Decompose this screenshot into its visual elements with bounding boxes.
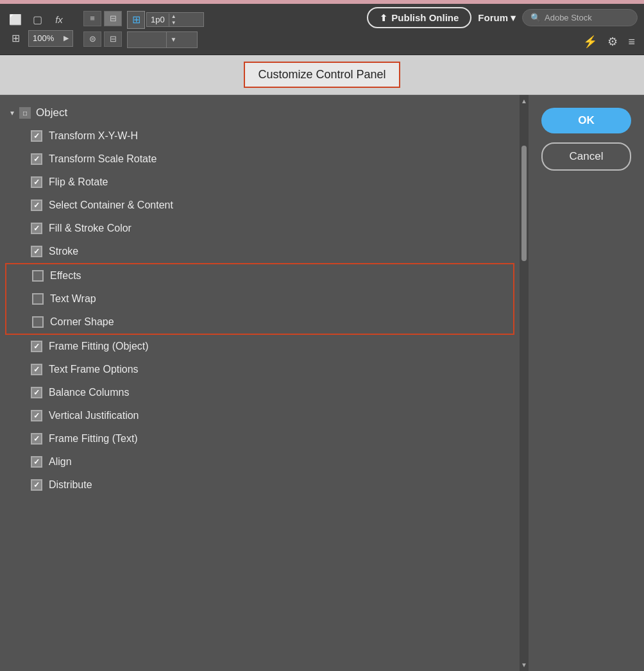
cancel-button[interactable]: Cancel <box>541 142 631 171</box>
reference-point-icon[interactable]: ⊞ <box>127 11 145 29</box>
toolbar: ⬜ ▢ fx ⊞ 100% ▶ ≡ ⊟ ⊞ 1p0 ▲ ▼ <box>0 4 644 55</box>
list-item: Distribute <box>0 473 520 497</box>
item-transform-scale: Transform Scale Rotate <box>49 153 157 165</box>
toolbar-center: ≡ ⊟ ⊞ 1p0 ▲ ▼ ⊜ ⊟ ▼ <box>83 11 204 48</box>
dropdown-arrow-icon[interactable]: ▼ <box>166 32 180 47</box>
forum-button[interactable]: Forum ▾ <box>478 12 516 24</box>
section-object-header[interactable]: ▾ □ Object <box>0 101 520 124</box>
highlighted-group: Effects Text Wrap Corner Shape <box>5 263 514 335</box>
rounded-frame-icon[interactable]: ▢ <box>28 12 46 28</box>
item-distribute: Distribute <box>49 479 92 491</box>
dialog-body: ▾ □ Object Transform X-Y-W-H Transform S… <box>0 95 644 671</box>
dialog-title: Customize Control Panel <box>244 62 400 88</box>
checkbox-transform-scale[interactable] <box>31 153 42 165</box>
item-balance-col: Balance Columns <box>49 387 129 398</box>
align-center-icon[interactable]: ⊟ <box>104 11 122 26</box>
list-item: Corner Shape <box>6 310 513 334</box>
grid-icon[interactable]: ⊞ <box>6 31 24 46</box>
item-frame-fitting-obj: Frame Fitting (Object) <box>49 341 149 352</box>
section-object-title: Object <box>36 106 67 119</box>
align-left-icon[interactable]: ≡ <box>83 11 101 26</box>
checkbox-fill-stroke[interactable] <box>31 223 42 234</box>
gear-icon[interactable]: ⚙ <box>605 32 620 51</box>
publish-online-btn[interactable]: ⬆ Publish Online <box>367 7 471 28</box>
search-icon: 🔍 <box>530 13 541 22</box>
item-text-frame: Text Frame Options <box>49 364 139 375</box>
dialog-header: Customize Control Panel <box>0 55 644 95</box>
list-content: ▾ □ Object Transform X-Y-W-H Transform S… <box>0 101 529 497</box>
list-item: Transform X-Y-W-H <box>0 124 520 148</box>
dialog-overlay: Customize Control Panel ▾ □ Object T <box>0 55 644 671</box>
object-chevron-icon: ▾ <box>10 108 14 117</box>
list-item: Text Frame Options <box>0 358 520 381</box>
checkbox-distribute[interactable] <box>31 479 42 491</box>
list-item: Frame Fitting (Text) <box>0 427 520 450</box>
publish-button[interactable]: ⬆ Publish Online <box>367 7 471 28</box>
search-placeholder: Adobe Stock <box>545 13 592 22</box>
align-bottom-row: ⊜ ⊟ ▼ <box>83 31 204 48</box>
object-section-icon: □ <box>19 107 31 119</box>
list-item: Text Wrap <box>6 287 513 310</box>
scrollbar[interactable]: ▲ ▼ <box>520 95 529 671</box>
search-box[interactable]: 🔍 Adobe Stock <box>522 9 638 26</box>
checkbox-transform-xy[interactable] <box>31 130 42 142</box>
scrollbar-thumb[interactable] <box>521 146 527 261</box>
item-select-container: Select Container & Content <box>49 200 173 211</box>
checkbox-vert-just[interactable] <box>31 410 42 421</box>
lightning-icon[interactable]: ⚡ <box>580 32 600 51</box>
color-swatch <box>128 32 166 47</box>
checkbox-corner-shape[interactable] <box>32 316 44 328</box>
list-item: Fill & Stroke Color <box>0 217 520 240</box>
hamburger-icon[interactable]: ≡ <box>625 33 638 51</box>
item-vert-just: Vertical Justification <box>49 410 139 421</box>
item-align: Align <box>49 456 72 468</box>
stroke-up[interactable]: ▲ <box>169 13 178 20</box>
stroke-input-wrapper: 1p0 ▲ ▼ <box>146 12 204 27</box>
checkbox-frame-fitting-obj[interactable] <box>31 341 42 352</box>
item-text-wrap: Text Wrap <box>50 293 96 305</box>
checkbox-align[interactable] <box>31 456 42 468</box>
checkbox-effects[interactable] <box>32 270 44 282</box>
list-panel: ▾ □ Object Transform X-Y-W-H Transform S… <box>0 95 529 671</box>
stroke-arrows: ▲ ▼ <box>169 13 178 26</box>
scroll-down-arrow[interactable]: ▼ <box>518 659 529 671</box>
distribute2-icon[interactable]: ⊟ <box>104 31 122 47</box>
checkbox-text-wrap[interactable] <box>32 293 44 305</box>
list-item: Transform Scale Rotate <box>0 148 520 171</box>
item-fill-stroke: Fill & Stroke Color <box>49 223 131 234</box>
list-item: Align <box>0 450 520 473</box>
item-effects: Effects <box>50 270 81 282</box>
item-corner-shape: Corner Shape <box>50 316 114 328</box>
checkbox-select-container[interactable] <box>31 200 42 211</box>
list-item: Balance Columns <box>0 381 520 404</box>
color-dropdown[interactable]: ▼ <box>127 31 198 48</box>
tool-icons-left: ⬜ ▢ fx ⊞ 100% ▶ <box>6 12 73 47</box>
checkbox-stroke[interactable] <box>31 246 42 257</box>
customize-panel-dialog: Customize Control Panel ▾ □ Object T <box>0 55 644 671</box>
item-frame-fitting-text: Frame Fitting (Text) <box>49 433 138 445</box>
zoom-arrow[interactable]: ▶ <box>64 34 69 42</box>
list-item: Frame Fitting (Object) <box>0 335 520 358</box>
upload-icon: ⬆ <box>380 13 387 23</box>
stroke-value: 1p0 <box>147 13 169 26</box>
publish-label: Publish Online <box>391 12 459 23</box>
list-item: Select Container & Content <box>0 194 520 217</box>
checkbox-flip-rotate[interactable] <box>31 176 42 188</box>
fx-icon[interactable]: fx <box>50 12 68 28</box>
item-transform-xy: Transform X-Y-W-H <box>49 130 138 142</box>
frame-tool-icon[interactable]: ⬜ <box>6 12 24 28</box>
item-flip-rotate: Flip & Rotate <box>49 176 108 188</box>
scroll-up-arrow[interactable]: ▲ <box>518 95 529 107</box>
action-panel: OK Cancel <box>529 95 644 671</box>
checkbox-balance-col[interactable] <box>31 387 42 398</box>
checkbox-frame-fitting-text[interactable] <box>31 433 42 445</box>
zoom-box[interactable]: 100% ▶ <box>28 30 73 47</box>
distribute-icon[interactable]: ⊜ <box>83 31 101 47</box>
list-item: Vertical Justification <box>0 404 520 427</box>
item-stroke: Stroke <box>49 246 78 257</box>
list-item: Effects <box>6 264 513 287</box>
checkbox-text-frame[interactable] <box>31 364 42 375</box>
ok-button[interactable]: OK <box>541 108 631 133</box>
align-top-row: ≡ ⊟ ⊞ 1p0 ▲ ▼ <box>83 11 204 29</box>
stroke-down[interactable]: ▼ <box>169 20 178 26</box>
